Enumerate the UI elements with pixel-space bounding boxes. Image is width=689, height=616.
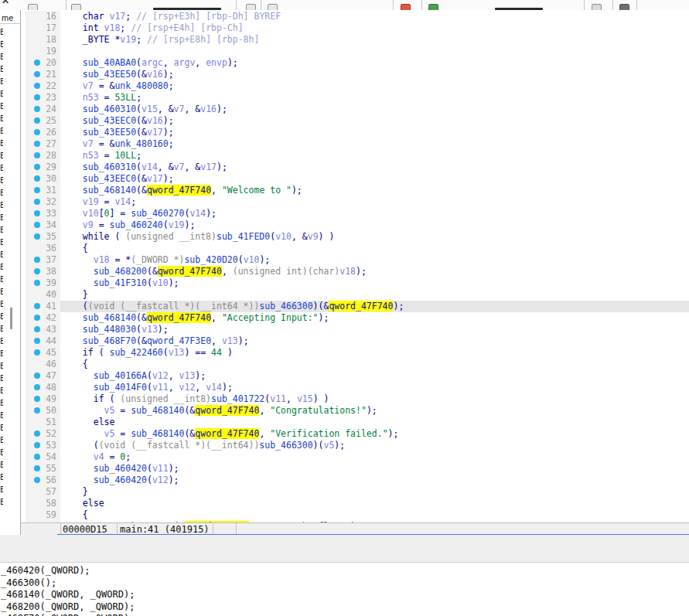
code-line[interactable]: 48 sub_4014F0(v11, v12, v14); (21, 382, 689, 393)
function-list-item-fragment[interactable]: E (0, 238, 3, 247)
breakpoint-dot-icon[interactable] (34, 187, 40, 193)
line-number-gutter[interactable]: 36 (26, 243, 60, 254)
line-number-gutter[interactable]: 45 (26, 347, 60, 359)
breakpoint-dot-icon[interactable] (34, 83, 40, 89)
line-number-gutter[interactable]: 34 (26, 220, 60, 231)
breakpoint-dot-icon[interactable] (34, 349, 40, 356)
code-line[interactable]: 50 v5 = sub_468140(&qword_47F740, "Congr… (21, 405, 689, 417)
code-line[interactable]: 17 int v18; // [rsp+E4h] [rbp-Ch] (21, 22, 689, 34)
breakpoint-dot-icon[interactable] (34, 407, 40, 414)
breakpoint-dot-icon[interactable] (34, 268, 40, 274)
code-text[interactable]: _BYTE *v19; // [rsp+E8h] [rbp-8h] (60, 34, 689, 46)
function-list-item-fragment[interactable]: E (0, 325, 3, 333)
code-line[interactable]: 36 { (21, 243, 689, 254)
function-list-item-fragment[interactable]: E (0, 139, 3, 148)
functions-scrollbar-thumb[interactable] (10, 308, 12, 329)
function-list-item-fragment[interactable]: E (0, 349, 3, 358)
breakpoint-dot-icon[interactable] (34, 257, 40, 263)
line-number-gutter[interactable]: 48 (26, 382, 60, 393)
function-list-item-fragment[interactable]: E (0, 399, 3, 407)
function-list-item-fragment[interactable]: E (0, 77, 3, 86)
code-text[interactable]: v5 = sub_468140(&qword_47F740, "Congratu… (60, 405, 689, 417)
close-icon[interactable]: ✕ (2, 0, 9, 6)
line-number-gutter[interactable]: 42 (26, 312, 60, 324)
code-line[interactable]: 41 ((void (__fastcall *)(__int64 *))sub_… (21, 301, 689, 312)
line-number-gutter[interactable]: 16 (26, 11, 60, 22)
function-list-item-fragment[interactable]: E (0, 263, 3, 271)
code-text[interactable]: { (60, 359, 689, 370)
code-line[interactable]: 35 while ( (unsigned __int8)sub_41FED0(v… (21, 231, 689, 243)
breakpoint-dot-icon[interactable] (34, 199, 40, 205)
function-list-item-fragment[interactable]: E (0, 461, 3, 469)
line-number-gutter[interactable]: 54 (26, 451, 60, 463)
code-text[interactable]: v19 = v14; (60, 196, 689, 208)
code-text[interactable]: sub_43EEC0(&v16); (60, 115, 689, 127)
code-line[interactable]: 20 sub_40ABA0(argc, argv, envp); (21, 57, 689, 69)
line-number-gutter[interactable]: 27 (26, 138, 60, 150)
line-number-gutter[interactable]: 31 (26, 185, 60, 196)
code-text[interactable]: v7 = &unk_480160; (60, 138, 689, 150)
function-list-item-fragment[interactable]: E (0, 473, 3, 482)
code-line[interactable]: 53 ((void (__fastcall *)(__int64))sub_46… (21, 440, 689, 451)
code-text[interactable]: if ( sub_422460(v13) == 44 ) (60, 347, 689, 359)
code-line[interactable]: 44 sub_468F70(&qword_47F3E0, v13); (21, 335, 689, 347)
code-text[interactable]: v5 = sub_468140(&qword_47F740, "Verifica… (60, 428, 689, 440)
line-number-gutter[interactable]: 46 (26, 359, 60, 370)
breakpoint-dot-icon[interactable] (34, 233, 40, 240)
code-text[interactable]: int v18; // [rsp+E4h] [rbp-Ch] (60, 22, 689, 34)
code-text[interactable] (60, 46, 689, 57)
code-line[interactable]: 24 sub_460310(v15, &v7, &v16); (21, 104, 689, 115)
breakpoint-dot-icon[interactable] (34, 222, 40, 228)
function-list-item-fragment[interactable]: E (0, 189, 3, 197)
breakpoint-dot-icon[interactable] (34, 465, 40, 471)
pseudocode-panel[interactable]: 16 char v17; // [rsp+E3h] [rbp-Dh] BYREF… (21, 10, 689, 523)
line-number-gutter[interactable]: 25 (26, 115, 60, 127)
breakpoint-dot-icon[interactable] (34, 280, 40, 286)
code-line[interactable]: 38 sub_468200(&qword_47F740, (unsigned i… (21, 266, 689, 277)
line-number-gutter[interactable]: 17 (26, 22, 60, 34)
code-text[interactable]: char v17; // [rsp+E3h] [rbp-Dh] BYREF (60, 11, 689, 22)
breakpoint-dot-icon[interactable] (34, 164, 40, 170)
function-list-item-fragment[interactable]: E (0, 411, 3, 420)
code-text[interactable]: sub_460420(v11); (60, 463, 689, 475)
code-text[interactable]: n53 = 10LL; (60, 150, 689, 162)
line-number-gutter[interactable]: 40 (26, 289, 60, 301)
code-text[interactable]: else (60, 498, 689, 509)
function-list-item-fragment[interactable]: E (0, 337, 3, 345)
line-number-gutter[interactable]: 53 (26, 440, 60, 451)
function-list-item-fragment[interactable]: E (0, 127, 3, 135)
breakpoint-dot-icon[interactable] (34, 338, 40, 344)
line-number-gutter[interactable]: 21 (26, 69, 60, 80)
line-number-gutter[interactable]: 39 (26, 277, 60, 289)
code-text[interactable]: sub_460310(v15, &v7, &v16); (60, 104, 689, 115)
breakpoint-dot-icon[interactable] (34, 71, 40, 77)
line-number-gutter[interactable]: 30 (26, 173, 60, 185)
code-line[interactable]: 42 sub_468140(&qword_47F740, "Accepting … (21, 312, 689, 324)
line-number-gutter[interactable]: 35 (26, 231, 60, 243)
code-text[interactable]: sub_41F310(v10); (60, 277, 689, 289)
code-text[interactable]: while ( (unsigned __int8)sub_41FED0(v10,… (60, 231, 689, 243)
code-text[interactable]: sub_43EEC0(&v17); (60, 173, 689, 185)
function-list-item-fragment[interactable]: E (0, 386, 3, 395)
code-line[interactable]: 47 sub_40166A(v12, v13); (21, 370, 689, 382)
code-line[interactable]: 31 sub_468140(&qword_47F740, "Welcome to… (21, 185, 689, 196)
code-text[interactable]: v18 = *(_DWORD *)sub_420D20(v10); (60, 254, 689, 266)
function-list-item-fragment[interactable]: E (0, 288, 3, 296)
function-list-item-fragment[interactable]: E (0, 201, 3, 209)
breakpoint-dot-icon[interactable] (34, 141, 40, 147)
code-line[interactable]: 34 v9 = sub_460240(v19); (21, 220, 689, 231)
line-number-gutter[interactable]: 23 (26, 92, 60, 104)
function-list-item-fragment[interactable]: E (0, 40, 3, 49)
line-number-gutter[interactable]: 19 (26, 46, 60, 57)
code-line[interactable]: 22 v7 = &unk_480080; (21, 80, 689, 92)
function-list-item-fragment[interactable]: E (0, 102, 3, 111)
code-line[interactable]: 32 v19 = v14; (21, 196, 689, 208)
line-number-gutter[interactable]: 56 (26, 475, 60, 486)
breakpoint-dot-icon[interactable] (34, 442, 40, 448)
breakpoint-dot-icon[interactable] (34, 384, 40, 390)
code-text[interactable]: sub_40166A(v12, v13); (60, 370, 689, 382)
function-list-item-fragment[interactable]: E (0, 485, 3, 494)
breakpoint-dot-icon[interactable] (34, 477, 40, 483)
code-line[interactable]: 33 v10[0] = sub_460270(v14); (21, 208, 689, 220)
line-number-gutter[interactable]: 29 (26, 162, 60, 173)
